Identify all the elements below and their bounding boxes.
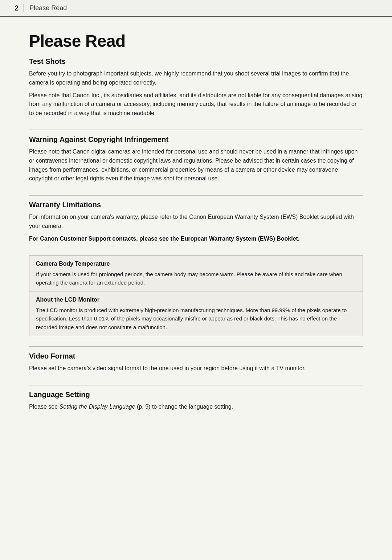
warranty-paragraph: For information on your camera's warrant… [29, 213, 363, 231]
main-title: Please Read [29, 31, 363, 51]
notice-title-camera-temp: Camera Body Temperature [36, 261, 356, 267]
test-shots-paragraph-2: Please note that Canon Inc., its subsidi… [29, 91, 363, 118]
warranty-divider [29, 195, 363, 196]
section-title-language-setting: Language Setting [29, 391, 363, 399]
video-format-paragraph: Please set the camera's video signal for… [29, 364, 363, 373]
header-divider [24, 4, 24, 12]
header-bar: 2 Please Read [0, 0, 392, 17]
page: 2 Please Read Please Read Test Shots Bef… [0, 0, 392, 560]
language-setting-paragraph: Please see Setting the Display Language … [29, 402, 363, 412]
copyright-divider [29, 130, 363, 130]
main-content: Please Read Test Shots Before you try to… [0, 17, 392, 445]
page-number: 2 [15, 4, 19, 12]
section-test-shots: Test Shots Before you try to photograph … [29, 57, 363, 118]
copyright-paragraph: Please note that Canon digital cameras a… [29, 147, 363, 183]
notice-body-camera-temp: If your camera is used for prolonged per… [36, 270, 356, 287]
section-title-test-shots: Test Shots [29, 57, 363, 66]
section-language-setting: Language Setting Please see Setting the … [29, 385, 363, 412]
language-setting-italic-ref: Setting the Display Language [60, 404, 135, 410]
video-format-divider [29, 346, 363, 347]
warranty-bold-paragraph: For Canon Customer Support contacts, ple… [29, 234, 363, 244]
header-title: Please Read [29, 4, 67, 12]
section-warranty: Warranty Limitations For information on … [29, 195, 363, 243]
section-title-warranty: Warranty Limitations [29, 201, 363, 209]
notice-section-camera-temp: Camera Body Temperature If your camera i… [29, 256, 363, 291]
section-title-copyright: Warning Against Copyright Infringement [29, 135, 363, 144]
section-title-video-format: Video Format [29, 352, 363, 360]
notice-body-lcd: The LCD monitor is produced with extreme… [36, 306, 356, 331]
notice-section-lcd: About the LCD Monitor The LCD monitor is… [29, 291, 363, 336]
section-video-format: Video Format Please set the camera's vid… [29, 346, 363, 373]
section-copyright: Warning Against Copyright Infringement P… [29, 130, 363, 183]
test-shots-paragraph-1: Before you try to photograph important s… [29, 69, 363, 87]
notice-box: Camera Body Temperature If your camera i… [29, 255, 363, 336]
notice-title-lcd: About the LCD Monitor [36, 297, 356, 303]
language-setting-divider [29, 385, 363, 385]
